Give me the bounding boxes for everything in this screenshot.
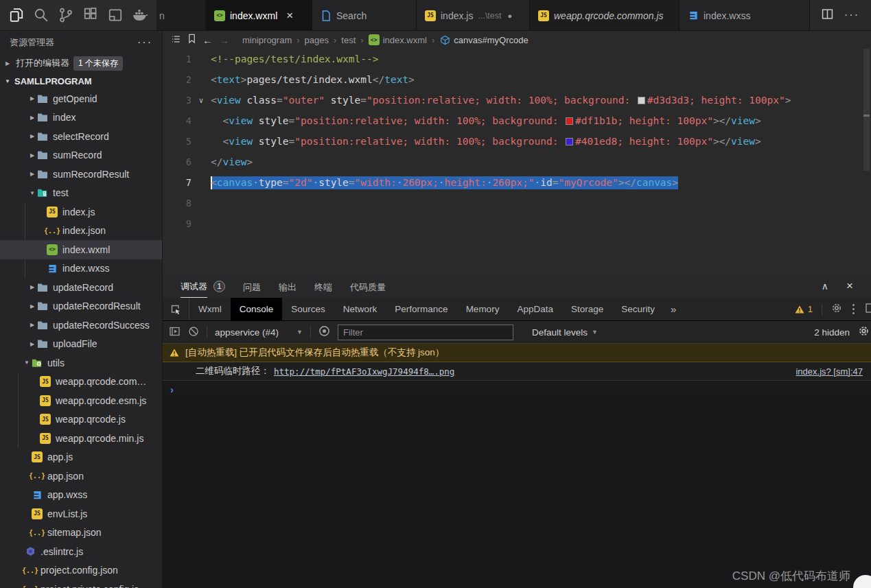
qrcode-temp-url-link[interactable]: http://tmp/fPtAF3oIxwgJ79494f8….png [274, 366, 454, 377]
editor-tab-partial[interactable]: n [156, 0, 206, 30]
breadcrumb-item[interactable]: pages [305, 35, 329, 45]
code-editor[interactable]: 1<!--pages/test/index.wxml-->2<text>page… [163, 49, 871, 274]
code-line[interactable]: 8 [163, 193, 871, 213]
open-editors-section[interactable]: ▶ 打开的编辑器 1 个未保存 [0, 54, 162, 73]
warning-count-badge[interactable]: 1 [795, 304, 813, 314]
color-swatch[interactable] [566, 117, 573, 125]
close-icon[interactable]: × [286, 10, 293, 21]
console-filter-input[interactable] [338, 325, 513, 340]
window-icon[interactable] [103, 0, 128, 31]
color-swatch[interactable] [638, 97, 645, 104]
devtools-tab[interactable]: Network [334, 298, 386, 320]
clear-console-icon[interactable] [188, 326, 199, 339]
panel-tab[interactable]: 代码质量 [350, 274, 386, 298]
code-line[interactable]: 4 <view style="position:relative; width:… [163, 110, 871, 131]
tree-item[interactable]: {..}index.json [0, 222, 162, 241]
console-empty-area[interactable]: CSDN @低代码布道师 [163, 398, 871, 588]
editor-tab[interactable]: JSweapp.qrcode.common.js [530, 0, 680, 30]
log-source-link[interactable]: index.js? [sm]:47 [795, 366, 863, 377]
devtools-tab[interactable]: Storage [562, 298, 612, 320]
devtools-overflow-icon[interactable]: » [664, 298, 683, 320]
devtools-settings-icon[interactable] [831, 303, 842, 316]
dock-side-icon[interactable] [865, 303, 871, 316]
editor-tab[interactable]: JSindex.js...\test● [417, 0, 530, 30]
tree-item[interactable]: ▶selectRecord [0, 127, 162, 146]
code-line[interactable]: 6</view> [163, 152, 871, 172]
nav-back-icon[interactable]: ← [202, 34, 213, 46]
tree-item[interactable]: JSindex.js [0, 202, 162, 222]
devtools-tab[interactable]: Sources [282, 298, 334, 320]
panel-collapse-icon[interactable]: ∧ [822, 281, 828, 292]
fold-icon[interactable]: ∨ [191, 96, 211, 105]
devtools-tab[interactable]: Console [231, 298, 283, 320]
console-settings-icon[interactable] [858, 325, 870, 339]
tree-item[interactable]: {..}app.json [0, 467, 162, 486]
tree-item[interactable]: {..}project.private.config.js… [0, 580, 162, 588]
search-icon[interactable] [29, 0, 54, 31]
devtools-more-icon[interactable] [851, 304, 856, 314]
source-control-icon[interactable] [54, 0, 78, 31]
panel-tab[interactable]: 终端 [314, 274, 332, 298]
panel-tab[interactable]: 调试器1 [181, 274, 225, 298]
tree-item[interactable]: ▶updateRecordSuccess [0, 316, 162, 335]
inspect-element-icon[interactable] [163, 298, 189, 320]
code-line[interactable]: 5 <view style="position:relative; width:… [163, 131, 871, 152]
more-actions-icon[interactable]: ··· [844, 9, 859, 21]
hidden-messages-label[interactable]: 2 hidden [814, 327, 850, 338]
eye-icon[interactable] [318, 325, 330, 339]
editor-tab[interactable]: index.wxss [680, 0, 810, 30]
console-prompt[interactable]: › [163, 381, 871, 398]
tree-item[interactable]: {..}sitemap.json [0, 524, 162, 543]
console-sidebar-icon[interactable] [169, 326, 181, 339]
extensions-icon[interactable] [78, 0, 103, 31]
tree-item[interactable]: JSapp.js [0, 448, 162, 467]
tree-item[interactable]: .eslintrc.js [0, 542, 162, 561]
tree-item[interactable]: ▶uploadFile [0, 335, 162, 354]
outline-icon[interactable] [171, 34, 181, 46]
tree-item[interactable]: ▶index [0, 108, 162, 128]
execution-context-select[interactable]: appservice (#4)▼ [215, 327, 303, 338]
devtools-tab[interactable]: Performance [386, 298, 456, 320]
tree-item[interactable]: ▶getOpenid [0, 89, 162, 108]
devtools-tab[interactable]: Wxml [189, 298, 231, 320]
editor-tab[interactable]: Search [312, 0, 417, 30]
project-root[interactable]: ▼ SAMLLPROGRAM [0, 73, 162, 89]
console-warning-row[interactable]: [自动热重载] 已开启代码文件保存后自动热重载（不支持 json） [163, 344, 871, 362]
breadcrumb-item[interactable]: <>index.wxml [369, 34, 427, 45]
tree-item[interactable]: JSenvList.js [0, 504, 162, 524]
tree-item[interactable]: ▶updateRecord [0, 278, 162, 297]
tree-item[interactable]: ▼test [0, 184, 162, 203]
modified-dot-icon[interactable]: ● [508, 12, 513, 20]
editor-scrollbar[interactable] [863, 49, 870, 171]
tree-item[interactable]: index.wxss [0, 259, 162, 279]
tree-item[interactable]: ▶sumRecordResult [0, 165, 162, 184]
tree-item[interactable]: app.wxss [0, 486, 162, 505]
panel-close-icon[interactable]: × [846, 279, 853, 293]
code-line[interactable]: 3∨<view class="outer" style="position:re… [163, 90, 871, 110]
devtools-tab[interactable]: Security [612, 298, 664, 320]
tree-item[interactable]: JSweapp.qrcode.com… [0, 373, 162, 392]
console-log-row[interactable]: 二维码临时路径： http://tmp/fPtAF3oIxwgJ79494f8…… [163, 362, 871, 381]
tree-item[interactable]: ▶updateRecordResult [0, 297, 162, 316]
bookmark-icon[interactable] [187, 34, 196, 46]
log-levels-select[interactable]: Default levels▼ [532, 327, 598, 338]
panel-tab[interactable]: 问题 [243, 274, 261, 298]
panel-tab[interactable]: 输出 [279, 274, 297, 298]
breadcrumb-item[interactable]: canvas#myQrcode [439, 34, 528, 45]
tree-item[interactable]: ▶sumRecord [0, 146, 162, 165]
docker-icon[interactable] [128, 0, 152, 31]
devtools-tab[interactable]: Memory [457, 298, 509, 320]
tree-item[interactable]: JSweapp.qrcode.js [0, 410, 162, 430]
code-line[interactable]: 1<!--pages/test/index.wxml--> [163, 49, 871, 69]
code-line[interactable]: 2<text>pages/test/index.wxml</text> [163, 69, 871, 90]
tree-item[interactable]: JSweapp.qrcode.min.js [0, 429, 162, 448]
breadcrumb-item[interactable]: test [341, 35, 356, 45]
code-line[interactable]: 7<canvas·type="2d"·style="width:·260px;·… [163, 172, 871, 193]
nav-forward-icon[interactable]: → [219, 34, 229, 46]
tree-item[interactable]: JSweapp.qrcode.esm.js [0, 391, 162, 410]
tree-item[interactable]: {..}project.config.json [0, 561, 162, 580]
tree-item[interactable]: ▼utils [0, 353, 162, 373]
split-editor-icon[interactable] [822, 8, 833, 22]
tree-item[interactable]: <>index.wxml [0, 240, 162, 259]
explorer-more-icon[interactable]: ··· [137, 36, 152, 49]
